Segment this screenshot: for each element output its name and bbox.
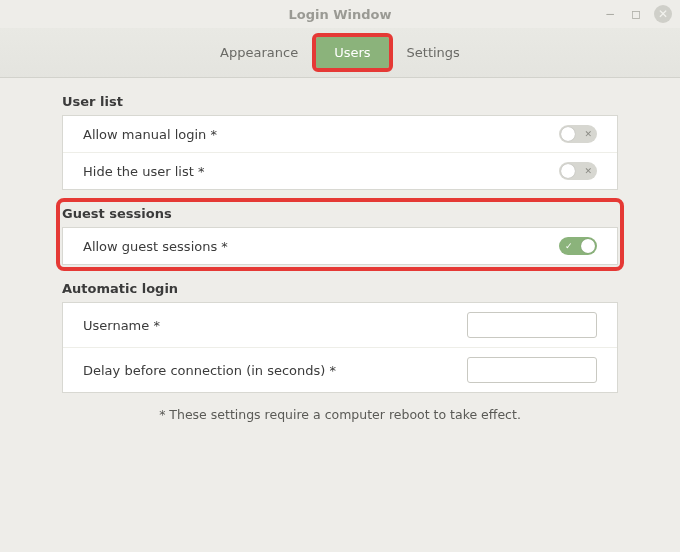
section-title-user-list: User list: [62, 92, 618, 115]
check-icon: ✓: [565, 242, 573, 251]
toggle-allow-manual-login[interactable]: ✕: [559, 125, 597, 143]
label-allow-guest-sessions: Allow guest sessions *: [83, 239, 228, 254]
row-allow-manual-login: Allow manual login * ✕: [63, 116, 617, 153]
tab-users[interactable]: Users: [316, 37, 388, 68]
toggle-allow-guest-sessions[interactable]: ✓: [559, 237, 597, 255]
panel-automatic-login: Username * Delay before connection (in s…: [62, 302, 618, 393]
label-hide-user-list: Hide the user list *: [83, 164, 204, 179]
x-icon: ✕: [584, 130, 592, 139]
section-guest-sessions: Guest sessions Allow guest sessions * ✓: [62, 204, 618, 265]
input-username[interactable]: [467, 312, 597, 338]
toggle-hide-user-list[interactable]: ✕: [559, 162, 597, 180]
panel-guest-sessions: Allow guest sessions * ✓: [62, 227, 618, 265]
toggle-knob: [561, 164, 575, 178]
toggle-knob: [561, 127, 575, 141]
titlebar: Login Window − ◻ ✕: [0, 0, 680, 28]
row-delay: Delay before connection (in seconds) *: [63, 348, 617, 392]
row-allow-guest-sessions: Allow guest sessions * ✓: [63, 228, 617, 264]
maximize-button[interactable]: ◻: [628, 6, 644, 22]
tab-settings[interactable]: Settings: [389, 37, 478, 68]
section-automatic-login: Automatic login Username * Delay before …: [62, 279, 618, 393]
label-username: Username *: [83, 318, 160, 333]
label-allow-manual-login: Allow manual login *: [83, 127, 217, 142]
close-button[interactable]: ✕: [654, 5, 672, 23]
section-user-list: User list Allow manual login * ✕ Hide th…: [62, 92, 618, 190]
row-hide-user-list: Hide the user list * ✕: [63, 153, 617, 189]
row-username: Username *: [63, 303, 617, 348]
label-delay: Delay before connection (in seconds) *: [83, 363, 336, 378]
section-title-automatic-login: Automatic login: [62, 279, 618, 302]
minimize-button[interactable]: −: [602, 6, 618, 22]
window-controls: − ◻ ✕: [602, 0, 672, 28]
toggle-knob: [581, 239, 595, 253]
x-icon: ✕: [584, 167, 592, 176]
content-area: User list Allow manual login * ✕ Hide th…: [0, 78, 680, 430]
panel-user-list: Allow manual login * ✕ Hide the user lis…: [62, 115, 618, 190]
section-title-guest-sessions: Guest sessions: [62, 204, 618, 227]
footer-note: * These settings require a computer rebo…: [62, 407, 618, 422]
window-title: Login Window: [288, 7, 391, 22]
tab-bar: Appearance Users Settings: [0, 28, 680, 78]
tab-appearance[interactable]: Appearance: [202, 37, 316, 68]
input-delay[interactable]: [467, 357, 597, 383]
